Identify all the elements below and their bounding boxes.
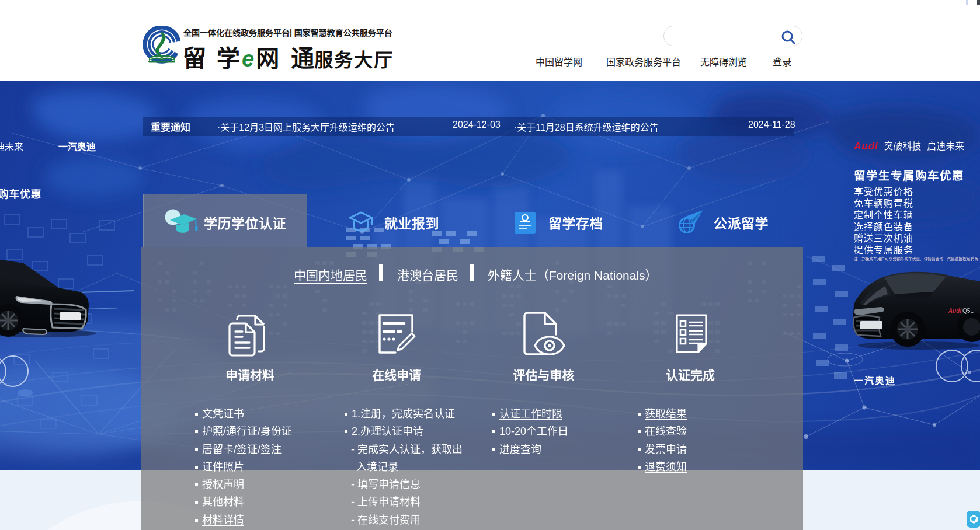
svg-text:Q5L: Q5L [962,308,974,314]
svg-text:Audi: Audi [948,308,961,314]
